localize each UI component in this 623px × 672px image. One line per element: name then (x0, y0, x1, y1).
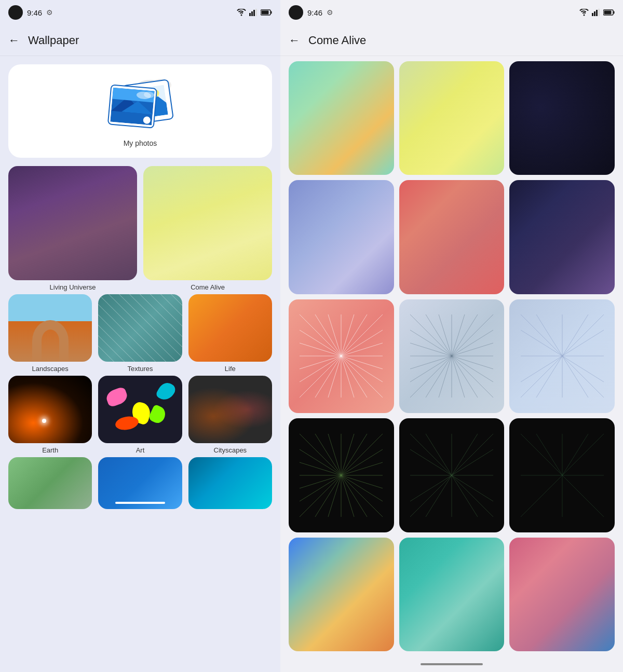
bottom-bar (115, 502, 166, 504)
back-button-right[interactable]: ← (289, 34, 300, 47)
category-label-living-universe: Living Universe (50, 283, 96, 291)
svg-rect-1 (251, 11, 253, 16)
svg-line-135 (521, 475, 562, 517)
svg-line-78 (562, 314, 604, 356)
category-item-landscapes[interactable]: Landscapes (8, 294, 92, 373)
city-lights (188, 376, 272, 443)
svg-line-61 (410, 356, 452, 382)
wallpaper-cell-9[interactable] (509, 299, 615, 413)
svg-line-62 (426, 356, 452, 397)
art-splat-5 (148, 404, 168, 426)
category-item-art[interactable]: Art (98, 376, 182, 454)
art-splat-1 (105, 386, 130, 408)
svg-line-55 (410, 356, 452, 397)
signal-icon (249, 9, 258, 16)
category-item-living-universe[interactable]: Living Universe (8, 166, 137, 291)
wallpaper-cell-12[interactable] (509, 418, 615, 532)
svg-line-101 (300, 475, 341, 501)
category-thumb-living-universe (8, 166, 137, 280)
svg-line-103 (341, 475, 367, 517)
svg-line-40 (341, 330, 383, 356)
svg-line-86 (536, 356, 562, 397)
category-thumb-bottom-3 (188, 457, 272, 509)
wallpaper-cell-13[interactable] (289, 538, 394, 651)
svg-line-39 (341, 356, 367, 397)
svg-rect-24 (614, 11, 615, 14)
grid-pattern (98, 294, 182, 362)
svg-rect-0 (249, 13, 251, 16)
svg-line-122 (452, 434, 478, 475)
svg-line-81 (562, 356, 604, 397)
wallpaper-cell-8[interactable] (399, 299, 505, 413)
category-item-bottom-2[interactable] (98, 457, 182, 509)
wallpaper-cell-7[interactable] (289, 299, 394, 413)
svg-line-34 (341, 314, 367, 356)
wallpaper-cell-11[interactable] (399, 418, 505, 532)
svg-line-85 (521, 356, 562, 382)
category-row-1: Living Universe Come Alive (8, 166, 272, 291)
photos-icon (104, 77, 177, 134)
svg-line-97 (341, 475, 383, 517)
thumb-bg-cityscapes (188, 376, 272, 443)
battery-icon-right (603, 9, 615, 16)
svg-line-100 (300, 449, 341, 475)
earth-star (42, 419, 46, 423)
svg-line-128 (452, 449, 493, 475)
category-item-come-alive[interactable]: Come Alive (143, 166, 272, 291)
svg-rect-21 (596, 10, 598, 16)
svg-line-57 (452, 356, 493, 397)
svg-line-60 (410, 330, 452, 356)
svg-line-64 (452, 330, 493, 356)
svg-rect-6 (262, 11, 269, 15)
category-item-bottom-1[interactable] (8, 457, 92, 509)
page-title-left: Wallpaper (28, 34, 79, 47)
wallpaper-cell-3[interactable] (509, 61, 615, 175)
art-splat-4 (114, 415, 140, 431)
status-left-right: 9:46 ⚙ (289, 5, 333, 20)
wallpaper-cell-2[interactable] (399, 61, 505, 175)
svg-rect-2 (253, 10, 255, 16)
category-item-textures[interactable]: Textures (98, 294, 182, 373)
svg-rect-3 (255, 9, 257, 16)
category-item-life[interactable]: Life (188, 294, 272, 373)
wallpaper-cell-5[interactable] (399, 180, 505, 294)
svg-line-127 (452, 475, 478, 517)
my-photos-section[interactable]: My photos (8, 64, 272, 158)
svg-line-102 (315, 475, 341, 517)
status-time-right: 9:46 (307, 8, 322, 17)
header-right: ← Come Alive (280, 25, 623, 56)
category-item-earth[interactable]: Earth (8, 376, 92, 454)
category-label-come-alive: Come Alive (191, 283, 225, 291)
svg-line-36 (300, 330, 341, 356)
wallpaper-cell-1[interactable] (289, 61, 394, 175)
status-time-left: 9:46 (27, 8, 42, 17)
category-item-bottom-3[interactable] (188, 457, 272, 509)
category-item-cityscapes[interactable]: Cityscapes (188, 376, 272, 454)
svg-line-37 (300, 356, 341, 382)
wallpaper-cell-10[interactable] (289, 418, 394, 532)
svg-line-95 (300, 475, 341, 517)
status-right-left (237, 9, 272, 16)
svg-line-136 (521, 434, 562, 475)
category-thumb-come-alive (143, 166, 272, 280)
category-label-cityscapes: Cityscapes (214, 446, 247, 454)
category-label-textures: Textures (127, 365, 153, 373)
wallpaper-cell-14[interactable] (399, 538, 505, 651)
category-label-earth: Earth (42, 446, 58, 454)
status-bar-left: 9:46 ⚙ (0, 0, 280, 25)
back-button-left[interactable]: ← (8, 34, 20, 47)
wallpaper-cell-6[interactable] (509, 180, 615, 294)
category-row-3: Earth Art (8, 376, 272, 454)
category-thumb-landscapes (8, 294, 92, 362)
svg-line-58 (452, 314, 478, 356)
svg-line-89 (562, 356, 604, 382)
svg-line-63 (452, 356, 478, 397)
art-splat-3 (155, 380, 177, 403)
wallpaper-cell-15[interactable] (509, 538, 615, 651)
svg-line-80 (521, 314, 562, 356)
home-indicator-bar (421, 663, 483, 665)
category-label-art: Art (136, 446, 145, 454)
wallpaper-cell-4[interactable] (289, 180, 394, 294)
category-thumb-bottom-1 (8, 457, 92, 509)
wifi-icon-right (579, 9, 589, 16)
